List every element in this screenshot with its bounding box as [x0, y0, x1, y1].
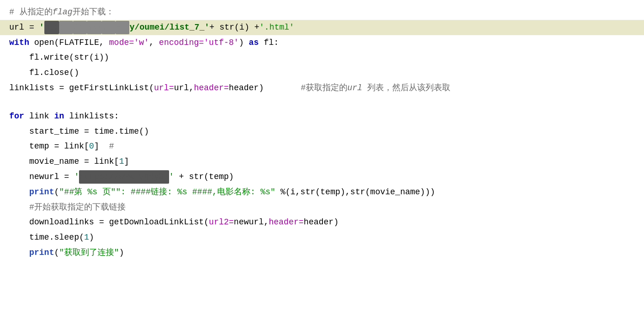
param-mode: mode= — [109, 36, 134, 49]
keyword-with: with — [9, 36, 29, 49]
code-line-with: with open(FLATFILE, mode='w', encoding='… — [0, 35, 644, 50]
code-string-print: "##第 %s 页"": ####链接: %s ####,电影名称: %s" — [59, 186, 275, 199]
code-line-starttime: start_time = time.time() — [0, 124, 644, 139]
code-text: ) — [89, 231, 94, 244]
code-print2: print — [9, 246, 54, 260]
code-line: # 从指定的flag开始下载： — [0, 5, 644, 20]
param-header2: header= — [269, 216, 304, 229]
code-line-write: fl.write(str(i)) — [0, 50, 644, 65]
code-line-for: for link in linklists: — [0, 109, 644, 124]
code-line-sleep: time.sleep(1) — [0, 230, 644, 245]
code-text: fl.write(str(i)) — [9, 51, 109, 64]
redacted-part: p: — [59, 21, 73, 34]
num-sleep: 1 — [84, 231, 89, 244]
code-string-newurl-end: ' — [169, 170, 174, 184]
code-line-print1: print("##第 %s 页"": ####链接: %s ####,电影名称:… — [0, 185, 644, 200]
code-quote: ' — [204, 21, 209, 34]
code-string-newurl: ' — [74, 170, 79, 184]
redacted-part: www — [87, 21, 102, 34]
code-line-comment2: #开始获取指定的下载链接 — [0, 200, 644, 215]
code-line-moviename: movie_name = link[1] — [0, 154, 644, 169]
code-line-empty — [0, 96, 644, 109]
code-line-downloadlinks: downloadlinks = getDownloadLinkList(url2… — [0, 215, 644, 230]
keyword-in: in — [54, 110, 64, 123]
code-text: fl.close() — [9, 66, 79, 80]
code-text: , — [149, 36, 159, 49]
code-text: time.sleep( — [9, 231, 84, 244]
code-text: ) — [119, 246, 124, 260]
code-text: movie_name = link[ — [9, 155, 119, 168]
code-text: newurl = — [9, 170, 74, 184]
code-text: linklists: — [64, 110, 119, 123]
code-text: downloadlinks = getDownloadLinkList( — [9, 216, 209, 229]
param-url: url= — [154, 81, 174, 95]
code-string-got: "获取到了连接" — [59, 246, 119, 260]
code-text: ( — [54, 186, 59, 199]
comment: # 从指定的flag开始下载： — [9, 6, 114, 19]
param-encoding: encoding= — [159, 36, 204, 49]
code-string-end: y/oumei/list_7_ — [129, 21, 204, 34]
code-text: start_time = time.time() — [9, 125, 149, 138]
code-line-linklists: linklists = getFirstLinkList(url=url,hea… — [0, 80, 644, 96]
code-text: + str(i) + — [209, 21, 259, 34]
redacted-part: ~~ — [115, 21, 129, 34]
code-line-url: url = 'http://www.~~y/oumei/list_7_'+ st… — [0, 20, 644, 35]
code-text: url, — [174, 81, 194, 95]
code-text: header) — [229, 81, 264, 95]
num-0: 0 — [89, 140, 94, 153]
code-text: linklists = getFirstLinkList( — [9, 81, 154, 95]
code-text: open(FLATFILE, — [29, 36, 109, 49]
inline-comment: #获取指定的url 列表，然后从该列表取 — [301, 81, 450, 95]
inline-comment-hash: # — [109, 140, 114, 153]
redacted-newurl: https://www.ygdy8. — [79, 170, 169, 184]
code-line-newurl: newurl = 'https://www.ygdy8.' + str(temp… — [0, 169, 644, 185]
code-text: header) — [304, 216, 339, 229]
code-text: newurl, — [234, 216, 269, 229]
code-text: + str(temp) — [174, 170, 234, 184]
code-text: ] — [124, 155, 129, 168]
code-text: %(i,str(temp),str(movie_name))) — [275, 186, 435, 199]
code-line-close: fl.close() — [0, 65, 644, 80]
code-text: link — [24, 110, 54, 123]
param-header: header= — [194, 81, 229, 95]
keyword-as: as — [249, 36, 259, 49]
code-text: temp = link[ — [9, 140, 89, 153]
num-1: 1 — [119, 155, 124, 168]
redacted-part: . — [102, 21, 115, 34]
str-utf8: 'utf-8' — [204, 36, 239, 49]
redacted-url: htt — [44, 21, 59, 34]
keyword-for: for — [9, 110, 24, 123]
code-line-print2: print("获取到了连接") — [0, 245, 644, 260]
code-string-html: '.html' — [259, 21, 294, 34]
code-line-temp: temp = link[0] # — [0, 139, 644, 154]
code-editor: # 从指定的flag开始下载： url = 'http://www.~~y/ou… — [0, 0, 644, 334]
code-text: ( — [54, 246, 59, 260]
code-string: ' — [39, 21, 44, 34]
str-w: 'w' — [134, 36, 149, 49]
code-text: fl: — [259, 36, 279, 49]
comment-download: #开始获取指定的下载链接 — [9, 201, 126, 214]
code-print: print — [9, 186, 54, 199]
code-text: ) — [239, 36, 249, 49]
code-text: url = — [9, 21, 39, 34]
redacted-part: // — [73, 21, 87, 34]
param-url2: url2= — [209, 216, 234, 229]
code-text: ] — [94, 140, 109, 153]
